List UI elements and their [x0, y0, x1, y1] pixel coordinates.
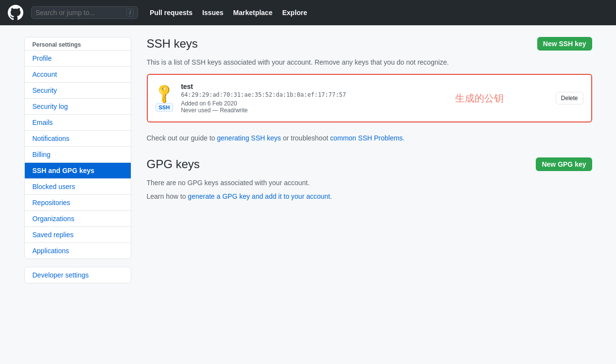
github-logo[interactable] — [8, 5, 23, 20]
sidebar-item-blocked-users[interactable]: Blocked users — [25, 179, 131, 195]
key-usage: Never used — Read/write — [181, 107, 548, 114]
generate-gpg-key-link[interactable]: generate a GPG key and add it to your ac… — [188, 192, 330, 200]
gpg-empty-text: There are no GPG keys associated with yo… — [147, 179, 592, 187]
page-container: Personal settings Profile Account Securi… — [17, 37, 600, 291]
gpg-section-header: GPG keys New GPG key — [147, 157, 592, 171]
nav-explore[interactable]: Explore — [282, 9, 307, 17]
sidebar-item-organizations[interactable]: Organizations — [25, 211, 131, 227]
sidebar-item-repositories[interactable]: Repositories — [25, 195, 131, 211]
sidebar-item-saved-replies[interactable]: Saved replies — [25, 227, 131, 243]
ssh-key-card: 🔑 SSH test 64:29:29:ad:70:31:ae:35:52:da… — [147, 74, 592, 122]
gpg-learn-prefix: Learn how to — [147, 192, 188, 200]
nav-pull-requests[interactable]: Pull requests — [150, 9, 193, 17]
nav-links: Pull requests Issues Marketplace Explore — [150, 9, 307, 17]
gpg-keys-section: GPG keys New GPG key There are no GPG ke… — [147, 157, 592, 200]
developer-settings-section: Developer settings — [24, 267, 131, 283]
ssh-guide-text: Check out our guide to generating SSH ke… — [147, 134, 592, 142]
slash-shortcut: / — [126, 9, 134, 17]
sidebar-item-security-log[interactable]: Security log — [25, 99, 131, 115]
main-content: SSH keys New SSH key This is a list of S… — [131, 37, 592, 291]
ssh-section-description: This is a list of SSH keys associated wi… — [147, 58, 592, 66]
top-navigation: / Pull requests Issues Marketplace Explo… — [0, 0, 616, 25]
generating-ssh-keys-link[interactable]: generating SSH keys — [217, 134, 281, 142]
ssh-section-header: SSH keys New SSH key — [147, 37, 592, 51]
guide-middle: or troubleshoot — [281, 134, 330, 142]
gpg-section-title: GPG keys — [147, 157, 200, 171]
new-ssh-key-button[interactable]: New SSH key — [537, 37, 592, 51]
personal-settings-section: Personal settings Profile Account Securi… — [24, 37, 131, 259]
guide-suffix: . — [403, 134, 405, 142]
watermark-text: 生成的公钥 — [455, 92, 504, 105]
sidebar-item-account[interactable]: Account — [25, 67, 131, 83]
common-ssh-problems-link[interactable]: common SSH Problems — [330, 134, 403, 142]
new-gpg-key-button[interactable]: New GPG key — [536, 157, 592, 171]
nav-issues[interactable]: Issues — [202, 9, 224, 17]
sidebar-item-security[interactable]: Security — [25, 83, 131, 99]
gpg-learn-suffix: . — [330, 192, 332, 200]
gpg-learn-text: Learn how to generate a GPG key and add … — [147, 192, 592, 200]
sidebar-item-applications[interactable]: Applications — [25, 243, 131, 259]
delete-key-button[interactable]: Delete — [556, 92, 583, 104]
ssh-section-title: SSH keys — [147, 37, 198, 51]
sidebar-item-notifications[interactable]: Notifications — [25, 131, 131, 147]
guide-prefix: Check out our guide to — [147, 134, 217, 142]
search-input[interactable] — [35, 9, 123, 17]
sidebar-item-emails[interactable]: Emails — [25, 115, 131, 131]
sidebar-item-ssh-gpg-keys[interactable]: SSH and GPG keys — [25, 163, 131, 179]
sidebar: Personal settings Profile Account Securi… — [24, 37, 131, 291]
ssh-keys-section: SSH keys New SSH key This is a list of S… — [147, 37, 592, 142]
key-icon: 🔑 — [153, 81, 176, 104]
sidebar-item-billing[interactable]: Billing — [25, 147, 131, 163]
nav-marketplace[interactable]: Marketplace — [233, 9, 273, 17]
sidebar-item-developer-settings[interactable]: Developer settings — [25, 267, 131, 283]
sidebar-heading: Personal settings — [25, 37, 131, 51]
search-box[interactable]: / — [31, 6, 138, 19]
key-icon-box: 🔑 SSH — [156, 85, 174, 112]
key-name: test — [181, 83, 548, 90]
sidebar-item-profile[interactable]: Profile — [25, 51, 131, 67]
